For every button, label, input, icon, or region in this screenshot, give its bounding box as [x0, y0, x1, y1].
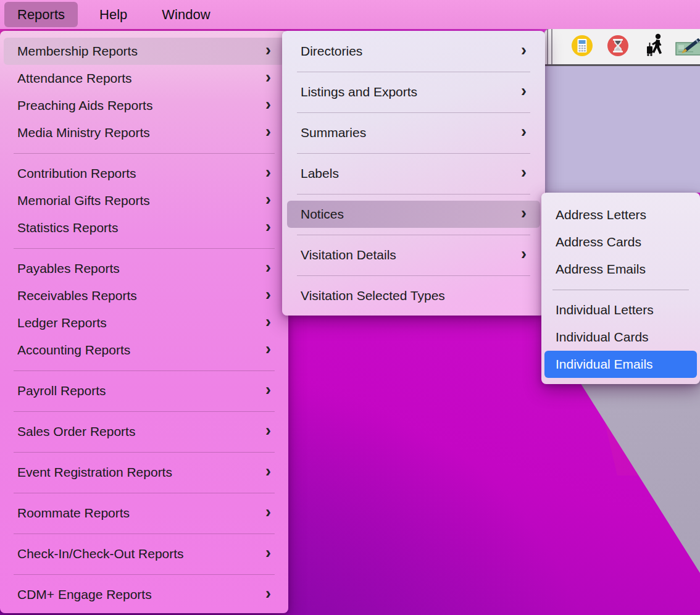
menu-separator [287, 106, 540, 119]
menu-item-roommate-reports[interactable]: Roommate Reports› [4, 500, 285, 527]
menu-separator [4, 445, 285, 459]
menu-item-receivables-reports[interactable]: Receivables Reports› [4, 282, 285, 309]
menu-separator [4, 486, 285, 500]
menu-separator [4, 146, 285, 160]
menu-item-label: Summaries [301, 125, 514, 140]
menu-item-label: Address Letters [556, 207, 686, 222]
menu-item-label: Individual Emails [556, 357, 686, 372]
menu-item-accounting-reports[interactable]: Accounting Reports› [4, 337, 285, 364]
submenu-chevron-icon: › [265, 259, 271, 276]
window-content-area [544, 66, 700, 193]
submenu-chevron-icon: › [265, 96, 271, 113]
menu-item-payables-reports[interactable]: Payables Reports› [4, 255, 285, 282]
menu-item-label: Listings and Exports [301, 85, 514, 99]
menu-separator [544, 283, 697, 296]
menu-separator-line [297, 72, 530, 72]
menu-separator-line [14, 493, 275, 493]
menu-item-address-emails[interactable]: Address Emails [544, 256, 697, 283]
menubar-item-reports[interactable]: Reports [4, 2, 78, 27]
submenu-chevron-icon: › [265, 314, 271, 330]
menu-separator [287, 65, 540, 78]
menu-separator-line [14, 153, 275, 154]
menu-item-preaching-aids-reports[interactable]: Preaching Aids Reports› [4, 92, 285, 119]
menu-separator-line [14, 370, 275, 371]
window-edge-line [547, 29, 548, 64]
menu-item-label: Visitation Details [301, 248, 514, 262]
menu-item-cdm-engage-reports[interactable]: CDM+ Engage Reports› [4, 581, 285, 608]
menu-item-address-cards[interactable]: Address Cards [544, 228, 697, 256]
menu-separator [4, 404, 285, 418]
hourglass-icon[interactable] [607, 35, 629, 59]
menu-item-directories[interactable]: Directories› [287, 38, 540, 65]
check-writing-icon[interactable] [675, 33, 700, 61]
menu-item-label: Sales Order Reports [17, 424, 258, 439]
submenu-chevron-icon: › [265, 382, 271, 398]
menu-item-individual-letters[interactable]: Individual Letters [544, 296, 697, 324]
menu-item-address-letters[interactable]: Address Letters [544, 201, 697, 228]
menu-item-label: Directories [301, 44, 514, 59]
menu-item-label: Labels [301, 166, 514, 181]
menu-item-labels[interactable]: Labels› [287, 160, 540, 187]
menu-item-label: Statistics Reports [17, 220, 258, 235]
window-toolbar [544, 29, 700, 66]
submenu-chevron-icon: › [265, 422, 271, 439]
menu-item-payroll-reports[interactable]: Payroll Reports› [4, 377, 285, 404]
menu-item-check-in-check-out-reports[interactable]: Check-In/Check-Out Reports› [4, 540, 285, 567]
menu-item-media-ministry-reports[interactable]: Media Ministry Reports› [4, 119, 285, 146]
menu-separator [287, 187, 540, 201]
menu-separator-line [297, 275, 530, 276]
menu-separator [287, 228, 540, 241]
traveler-icon[interactable] [644, 33, 667, 61]
menu-item-individual-emails[interactable]: Individual Emails [544, 351, 697, 378]
menu-item-attendance-reports[interactable]: Attendance Reports› [4, 65, 285, 92]
menu-item-label: Preaching Aids Reports [17, 98, 258, 113]
menu-item-ledger-reports[interactable]: Ledger Reports› [4, 309, 285, 337]
menu-separator-line [14, 452, 275, 453]
menu-bar: ReportsHelpWindow [0, 0, 700, 29]
submenu-chevron-icon: › [265, 164, 271, 181]
menu-item-listings-and-exports[interactable]: Listings and Exports› [287, 78, 540, 106]
menu-item-visitation-selected-types[interactable]: Visitation Selected Types [287, 282, 540, 309]
menu-item-label: Address Cards [556, 235, 686, 249]
menu-item-summaries[interactable]: Summaries› [287, 119, 540, 146]
submenu-chevron-icon: › [521, 83, 527, 99]
menu-item-contribution-reports[interactable]: Contribution Reports› [4, 160, 285, 187]
menu-separator-line [297, 235, 530, 235]
menubar-item-window[interactable]: Window [149, 2, 223, 27]
menu-separator-line [297, 153, 530, 154]
menu-separator [4, 364, 285, 377]
menu-item-label: Attendance Reports [17, 71, 258, 86]
submenu-chevron-icon: › [521, 164, 527, 181]
window-edge-line [551, 29, 552, 64]
submenu-chevron-icon: › [265, 287, 271, 303]
submenu-chevron-icon: › [265, 219, 271, 235]
menu-separator-line [297, 112, 530, 113]
menu-item-label: Receivables Reports [17, 288, 258, 303]
menu-item-event-registration-reports[interactable]: Event Registration Reports› [4, 459, 285, 486]
menu-item-statistics-reports[interactable]: Statistics Reports› [4, 214, 285, 241]
submenu-chevron-icon: › [265, 341, 271, 358]
reports-menu: Membership Reports›Attendance Reports›Pr… [0, 31, 288, 613]
submenu-chevron-icon: › [265, 69, 271, 86]
menu-separator [4, 567, 285, 581]
calculator-icon[interactable] [571, 35, 593, 59]
menu-item-label: Visitation Selected Types [301, 288, 527, 303]
submenu-chevron-icon: › [265, 191, 271, 208]
notices-submenu: Address LettersAddress CardsAddress Emai… [541, 193, 700, 384]
app-window-fragment [544, 29, 700, 193]
menubar-item-help[interactable]: Help [86, 2, 140, 27]
submenu-chevron-icon: › [521, 205, 527, 222]
menu-item-label: Roommate Reports [17, 506, 258, 521]
menu-item-visitation-details[interactable]: Visitation Details› [287, 241, 540, 269]
menu-item-sales-order-reports[interactable]: Sales Order Reports› [4, 418, 285, 445]
menu-item-individual-cards[interactable]: Individual Cards [544, 324, 697, 351]
menu-item-label: Individual Letters [556, 303, 686, 317]
desktop: ReportsHelpWindow Membership Reports›Att… [0, 0, 700, 615]
menu-item-label: Ledger Reports [17, 316, 258, 330]
menu-item-notices[interactable]: Notices› [287, 201, 540, 228]
submenu-chevron-icon: › [265, 463, 271, 480]
menu-item-label: Payroll Reports [17, 383, 258, 398]
menu-item-memorial-gifts-reports[interactable]: Memorial Gifts Reports› [4, 187, 285, 214]
menu-item-membership-reports[interactable]: Membership Reports› [4, 38, 285, 65]
menu-item-label: Memorial Gifts Reports [17, 193, 258, 208]
